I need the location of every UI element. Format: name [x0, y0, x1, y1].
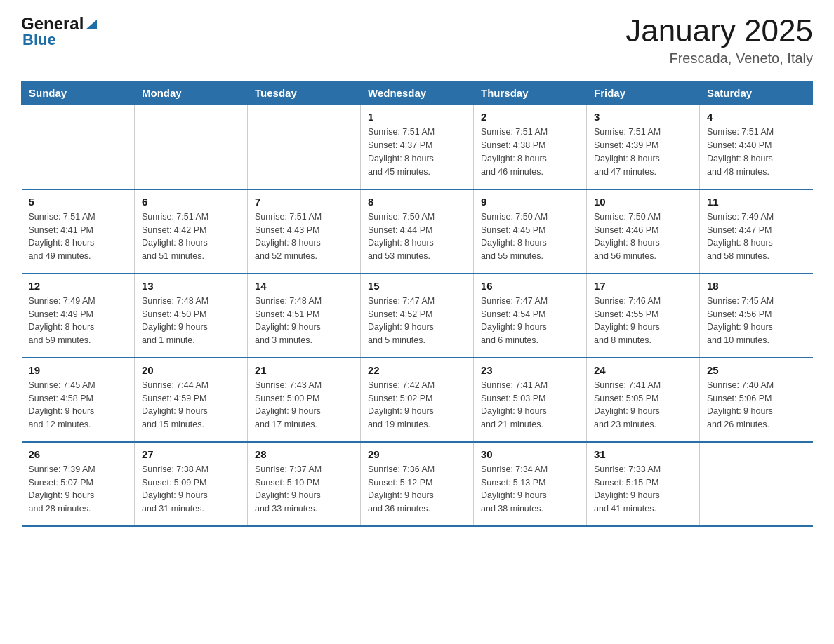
day-cell: 1Sunrise: 7:51 AM Sunset: 4:37 PM Daylig…	[361, 105, 474, 189]
day-info: Sunrise: 7:51 AM Sunset: 4:39 PM Dayligh…	[594, 126, 692, 178]
day-cell: 5Sunrise: 7:51 AM Sunset: 4:41 PM Daylig…	[22, 189, 135, 274]
day-number: 7	[255, 196, 353, 208]
day-cell	[700, 442, 813, 526]
day-info: Sunrise: 7:43 AM Sunset: 5:00 PM Dayligh…	[255, 379, 353, 431]
day-number: 3	[594, 111, 692, 123]
header-sunday: Sunday	[22, 81, 135, 105]
day-cell: 22Sunrise: 7:42 AM Sunset: 5:02 PM Dayli…	[361, 358, 474, 442]
day-cell: 10Sunrise: 7:50 AM Sunset: 4:46 PM Dayli…	[587, 189, 700, 274]
day-number: 17	[594, 280, 692, 292]
day-number: 26	[29, 448, 128, 460]
calendar-title: January 2025	[626, 14, 813, 48]
day-number: 24	[594, 364, 692, 376]
day-number: 29	[368, 448, 466, 460]
day-info: Sunrise: 7:38 AM Sunset: 5:09 PM Dayligh…	[142, 463, 240, 516]
week-row-5: 26Sunrise: 7:39 AM Sunset: 5:07 PM Dayli…	[22, 442, 813, 526]
calendar-header-row: SundayMondayTuesdayWednesdayThursdayFrid…	[22, 81, 813, 105]
day-cell: 3Sunrise: 7:51 AM Sunset: 4:39 PM Daylig…	[587, 105, 700, 189]
day-info: Sunrise: 7:34 AM Sunset: 5:13 PM Dayligh…	[481, 463, 579, 516]
day-number: 8	[368, 196, 466, 208]
day-cell	[248, 105, 361, 189]
day-number: 11	[707, 196, 806, 208]
day-cell: 4Sunrise: 7:51 AM Sunset: 4:40 PM Daylig…	[700, 105, 813, 189]
day-info: Sunrise: 7:42 AM Sunset: 5:02 PM Dayligh…	[368, 379, 466, 431]
day-info: Sunrise: 7:49 AM Sunset: 4:49 PM Dayligh…	[29, 295, 128, 347]
day-info: Sunrise: 7:45 AM Sunset: 4:56 PM Dayligh…	[707, 295, 806, 347]
day-cell: 6Sunrise: 7:51 AM Sunset: 4:42 PM Daylig…	[135, 189, 248, 274]
logo: General Blue	[21, 14, 99, 49]
day-number: 18	[707, 280, 806, 292]
day-info: Sunrise: 7:40 AM Sunset: 5:06 PM Dayligh…	[707, 379, 806, 431]
day-number: 27	[142, 448, 240, 460]
header-thursday: Thursday	[474, 81, 587, 105]
day-number: 2	[481, 111, 579, 123]
day-number: 13	[142, 280, 240, 292]
day-info: Sunrise: 7:45 AM Sunset: 4:58 PM Dayligh…	[29, 379, 128, 431]
day-cell: 9Sunrise: 7:50 AM Sunset: 4:45 PM Daylig…	[474, 189, 587, 274]
day-cell: 2Sunrise: 7:51 AM Sunset: 4:38 PM Daylig…	[474, 105, 587, 189]
day-cell: 21Sunrise: 7:43 AM Sunset: 5:00 PM Dayli…	[248, 358, 361, 442]
day-info: Sunrise: 7:36 AM Sunset: 5:12 PM Dayligh…	[368, 463, 466, 516]
day-number: 28	[255, 448, 353, 460]
day-number: 1	[368, 111, 466, 123]
header-monday: Monday	[135, 81, 248, 105]
calendar-subtitle: Frescada, Veneto, Italy	[626, 51, 813, 67]
day-info: Sunrise: 7:51 AM Sunset: 4:40 PM Dayligh…	[707, 126, 806, 178]
day-info: Sunrise: 7:47 AM Sunset: 4:52 PM Dayligh…	[368, 295, 466, 347]
day-info: Sunrise: 7:41 AM Sunset: 5:03 PM Dayligh…	[481, 379, 579, 431]
day-info: Sunrise: 7:33 AM Sunset: 5:15 PM Dayligh…	[594, 463, 692, 516]
day-cell: 14Sunrise: 7:48 AM Sunset: 4:51 PM Dayli…	[248, 274, 361, 358]
day-info: Sunrise: 7:50 AM Sunset: 4:46 PM Dayligh…	[594, 210, 692, 263]
day-number: 16	[481, 280, 579, 292]
day-number: 20	[142, 364, 240, 376]
day-info: Sunrise: 7:51 AM Sunset: 4:42 PM Dayligh…	[142, 210, 240, 263]
day-number: 9	[481, 196, 579, 208]
day-number: 14	[255, 280, 353, 292]
day-number: 6	[142, 196, 240, 208]
day-number: 30	[481, 448, 579, 460]
day-info: Sunrise: 7:51 AM Sunset: 4:41 PM Dayligh…	[29, 210, 128, 263]
day-info: Sunrise: 7:44 AM Sunset: 4:59 PM Dayligh…	[142, 379, 240, 431]
header-wednesday: Wednesday	[361, 81, 474, 105]
header-friday: Friday	[587, 81, 700, 105]
day-info: Sunrise: 7:51 AM Sunset: 4:43 PM Dayligh…	[255, 210, 353, 263]
week-row-4: 19Sunrise: 7:45 AM Sunset: 4:58 PM Dayli…	[22, 358, 813, 442]
day-cell: 15Sunrise: 7:47 AM Sunset: 4:52 PM Dayli…	[361, 274, 474, 358]
day-cell: 8Sunrise: 7:50 AM Sunset: 4:44 PM Daylig…	[361, 189, 474, 274]
day-cell: 16Sunrise: 7:47 AM Sunset: 4:54 PM Dayli…	[474, 274, 587, 358]
day-info: Sunrise: 7:50 AM Sunset: 4:44 PM Dayligh…	[368, 210, 466, 263]
day-info: Sunrise: 7:37 AM Sunset: 5:10 PM Dayligh…	[255, 463, 353, 516]
day-cell: 24Sunrise: 7:41 AM Sunset: 5:05 PM Dayli…	[587, 358, 700, 442]
day-cell: 12Sunrise: 7:49 AM Sunset: 4:49 PM Dayli…	[22, 274, 135, 358]
page-header: General Blue January 2025 Frescada, Vene…	[21, 14, 813, 67]
day-cell: 20Sunrise: 7:44 AM Sunset: 4:59 PM Dayli…	[135, 358, 248, 442]
day-cell: 29Sunrise: 7:36 AM Sunset: 5:12 PM Dayli…	[361, 442, 474, 526]
day-cell: 18Sunrise: 7:45 AM Sunset: 4:56 PM Dayli…	[700, 274, 813, 358]
day-info: Sunrise: 7:48 AM Sunset: 4:51 PM Dayligh…	[255, 295, 353, 347]
day-cell: 13Sunrise: 7:48 AM Sunset: 4:50 PM Dayli…	[135, 274, 248, 358]
day-number: 15	[368, 280, 466, 292]
day-cell: 31Sunrise: 7:33 AM Sunset: 5:15 PM Dayli…	[587, 442, 700, 526]
day-number: 19	[29, 364, 128, 376]
day-cell: 17Sunrise: 7:46 AM Sunset: 4:55 PM Dayli…	[587, 274, 700, 358]
day-number: 4	[707, 111, 806, 123]
logo-triangle-icon	[84, 17, 98, 31]
day-cell: 30Sunrise: 7:34 AM Sunset: 5:13 PM Dayli…	[474, 442, 587, 526]
day-cell	[22, 105, 135, 189]
day-info: Sunrise: 7:48 AM Sunset: 4:50 PM Dayligh…	[142, 295, 240, 347]
day-number: 23	[481, 364, 579, 376]
week-row-1: 1Sunrise: 7:51 AM Sunset: 4:37 PM Daylig…	[22, 105, 813, 189]
day-number: 5	[29, 196, 128, 208]
title-block: January 2025 Frescada, Veneto, Italy	[626, 14, 813, 67]
day-number: 31	[594, 448, 692, 460]
day-cell: 26Sunrise: 7:39 AM Sunset: 5:07 PM Dayli…	[22, 442, 135, 526]
day-number: 22	[368, 364, 466, 376]
day-number: 21	[255, 364, 353, 376]
week-row-2: 5Sunrise: 7:51 AM Sunset: 4:41 PM Daylig…	[22, 189, 813, 274]
header-tuesday: Tuesday	[248, 81, 361, 105]
day-cell: 11Sunrise: 7:49 AM Sunset: 4:47 PM Dayli…	[700, 189, 813, 274]
day-info: Sunrise: 7:39 AM Sunset: 5:07 PM Dayligh…	[29, 463, 128, 516]
day-number: 10	[594, 196, 692, 208]
header-saturday: Saturday	[700, 81, 813, 105]
day-cell: 19Sunrise: 7:45 AM Sunset: 4:58 PM Dayli…	[22, 358, 135, 442]
